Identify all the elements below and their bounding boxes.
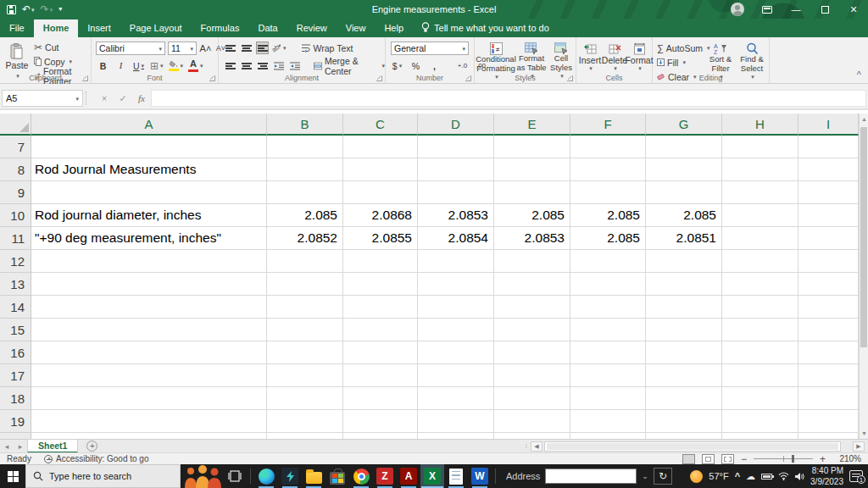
cell-H19[interactable] [722,410,798,433]
cell-A15[interactable] [31,319,267,341]
scroll-left-icon[interactable]: ◀ [531,441,542,452]
cell-C13[interactable] [343,273,418,296]
cell-F14[interactable] [570,296,646,319]
cell-G9[interactable] [646,181,722,204]
cell-B10[interactable]: 2.085 [267,204,343,227]
tab-data[interactable]: Data [248,19,287,37]
cell-I18[interactable] [798,387,859,410]
font-color-button[interactable]: A [188,59,203,72]
minimize-button[interactable]: — [782,0,810,19]
cell-C18[interactable] [343,387,418,410]
taskbar-edge-button[interactable] [254,464,278,488]
cell-F19[interactable] [570,410,646,433]
cell-H13[interactable] [722,273,798,296]
row-header-7[interactable]: 7 [0,136,31,158]
address-dropdown-icon[interactable]: ⌄ [642,472,648,480]
cell-B20[interactable] [267,433,343,439]
cell-I12[interactable] [798,250,859,273]
taskbar-search-input[interactable]: Type here to search [25,464,181,488]
cell-B9[interactable] [267,181,343,204]
cell-D17[interactable] [418,364,494,387]
formula-input[interactable] [151,90,866,107]
cell-F11[interactable]: 2.085 [570,227,646,250]
horizontal-scrollbar[interactable] [544,441,841,452]
increase-indent-button[interactable] [288,59,301,72]
cell-F16[interactable] [570,341,646,364]
cell-G14[interactable] [646,296,722,319]
cell-E15[interactable] [494,319,570,341]
cell-C9[interactable] [343,181,418,204]
cell-H17[interactable] [722,364,798,387]
zoom-slider-thumb[interactable] [792,455,794,463]
cell-I8[interactable] [798,158,859,181]
tell-me-box[interactable]: Tell me what you want to do [413,22,558,37]
taskbar-word-button[interactable]: W [468,464,492,488]
cell-B18[interactable] [267,387,343,410]
sheet-tab-sheet1[interactable]: Sheet1 [27,440,78,453]
cell-A13[interactable] [31,273,267,296]
new-sheet-button[interactable]: + [86,441,97,452]
cell-D20[interactable] [418,433,494,439]
alignment-dialog-launcher[interactable] [376,75,382,81]
row-header-8[interactable]: 8 [0,158,31,181]
orientation-button[interactable]: ab [272,42,287,54]
cell-H20[interactable] [722,433,798,439]
task-view-button[interactable] [223,464,247,488]
tray-overflow-icon[interactable]: ^ [735,472,740,481]
cell-I10[interactable] [798,204,859,227]
scroll-down-icon[interactable]: ▼ [860,428,868,439]
taskbar-chrome-button[interactable] [349,464,373,488]
styles-dialog-launcher[interactable] [567,75,573,81]
cell-I9[interactable] [798,181,859,204]
cell-C10[interactable]: 2.0868 [343,204,418,227]
cell-I20[interactable] [798,433,859,439]
font-name-combo[interactable]: Calibri [96,42,165,55]
cell-H14[interactable] [722,296,798,319]
underline-button[interactable]: U [132,59,145,72]
percent-style-button[interactable]: % [409,59,422,72]
cell-D14[interactable] [418,296,494,319]
start-button[interactable] [0,464,25,488]
cell-H16[interactable] [722,341,798,364]
cell-H15[interactable] [722,319,798,341]
cell-B19[interactable] [267,410,343,433]
restore-button[interactable] [810,0,839,19]
comma-style-button[interactable]: , [428,59,441,72]
normal-view-button[interactable] [682,454,695,464]
cell-E12[interactable] [494,250,570,273]
action-center-icon[interactable]: 1 [849,470,863,482]
align-right-button[interactable] [256,59,269,72]
cell-A7[interactable] [31,136,267,158]
cell-G20[interactable] [646,433,722,439]
sheet-nav-left-icon[interactable]: ◂ [0,442,14,451]
vertical-scrollbar[interactable]: ▲ ▼ [859,114,868,439]
row-header-10[interactable]: 10 [0,204,31,227]
cell-B13[interactable] [267,273,343,296]
fill-button[interactable]: Fill [657,56,710,69]
borders-button[interactable]: ⊞ [150,59,164,72]
cell-H8[interactable] [722,158,798,181]
name-box[interactable]: A5 [2,90,83,107]
scrollbar-grip[interactable]: ⁞ [526,442,528,450]
cell-E10[interactable]: 2.085 [494,204,570,227]
bottom-align-button[interactable] [256,42,269,54]
scroll-up-icon[interactable]: ▲ [860,114,868,125]
cell-B12[interactable] [267,250,343,273]
cell-G19[interactable] [646,410,722,433]
row-header-16[interactable]: 16 [0,341,31,364]
select-all-button[interactable] [0,114,31,136]
page-break-view-button[interactable] [721,454,734,464]
taskbar-notepad-button[interactable] [444,464,468,488]
tab-review[interactable]: Review [287,19,337,37]
insert-function-button[interactable]: fx [132,93,151,103]
accessibility-status[interactable]: Accessibility: Good to go [56,454,149,463]
number-dialog-launcher[interactable] [465,75,471,81]
cell-D15[interactable] [418,319,494,341]
cell-G18[interactable] [646,387,722,410]
taskbar-excel-button[interactable]: X [420,464,444,488]
cell-I14[interactable] [798,296,859,319]
cell-D10[interactable]: 2.0853 [418,204,494,227]
scroll-right-icon[interactable]: ▶ [853,441,865,452]
cell-F8[interactable] [570,158,646,181]
vertical-scroll-thumb[interactable] [860,127,867,347]
